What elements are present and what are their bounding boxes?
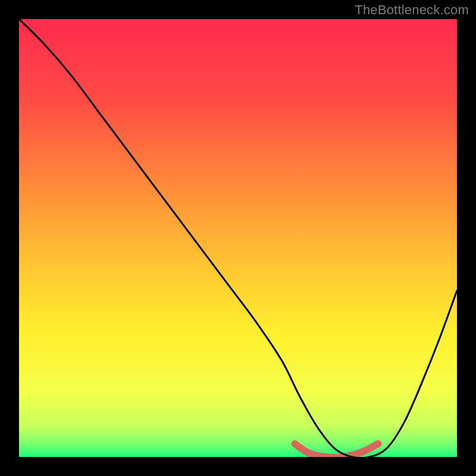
watermark-text: TheBottleneck.com xyxy=(355,2,469,18)
plot-area xyxy=(19,19,457,457)
chart-svg xyxy=(19,19,457,457)
gradient-background xyxy=(19,19,457,457)
chart-frame: TheBottleneck.com xyxy=(0,0,476,476)
